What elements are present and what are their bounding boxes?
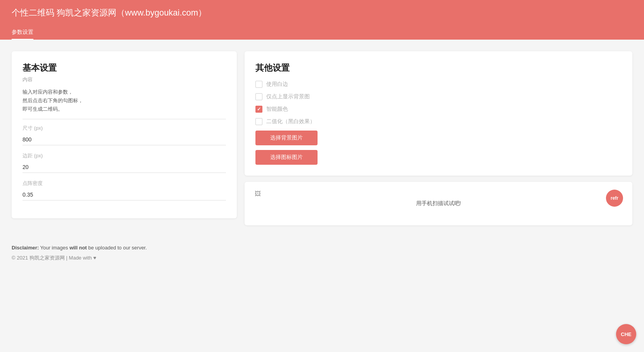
checkbox-smart-color[interactable] <box>255 106 262 113</box>
checkbox-white-border[interactable] <box>255 81 262 88</box>
size-label: 尺寸 (px) <box>23 125 226 132</box>
preview-card: 🖼 用手机扫描试试吧! refr <box>245 182 632 225</box>
nav-item-params[interactable]: 参数设置 <box>12 26 33 40</box>
footer: Disclaimer: Your images will not be uplo… <box>0 237 644 273</box>
site-title: 个性二维码 狗凯之家资源网（www.bygoukai.com） <box>12 7 632 19</box>
main-content: 基本设置 内容 输入对应内容和参数， 然后点击右下角的勾图标， 即可生成二维码。… <box>0 40 644 237</box>
margin-input[interactable] <box>23 162 226 173</box>
checkbox-label-white-border: 使用白边 <box>266 81 288 88</box>
scan-text: 用手机扫描试试吧! <box>252 192 625 215</box>
copyright: © 2021 狗凯之家资源网 | Made with ♥ <box>12 254 632 261</box>
divider-1 <box>23 119 226 119</box>
right-column: 其他设置 使用白边 仅点上显示背景图 智能颜色 二值化（黑白效果） <box>245 51 632 225</box>
checkbox-show-bg[interactable] <box>255 93 262 100</box>
preview-area: 🖼 用手机扫描试试吧! refr <box>252 188 625 219</box>
checkbox-row-show-bg: 仅点上显示背景图 <box>255 93 621 100</box>
other-settings-card: 其他设置 使用白边 仅点上显示背景图 智能颜色 二值化（黑白效果） <box>245 51 632 176</box>
main-nav: 参数设置 <box>12 26 632 40</box>
che-button[interactable]: CHE <box>616 324 636 344</box>
checkbox-label-show-bg: 仅点上显示背景图 <box>266 93 310 100</box>
disclaimer-text: Your images <box>40 245 69 251</box>
checkbox-row-white-border: 使用白边 <box>255 81 621 88</box>
instructions-text: 输入对应内容和参数， 然后点击右下角的勾图标， 即可生成二维码。 <box>23 88 226 113</box>
disclaimer: Disclaimer: Your images will not be uplo… <box>12 245 632 251</box>
other-settings-title: 其他设置 <box>255 62 621 74</box>
checkbox-label-smart-color: 智能颜色 <box>266 106 288 113</box>
checkbox-row-smart-color: 智能颜色 <box>255 106 621 113</box>
select-icon-button[interactable]: 选择图标图片 <box>255 150 318 165</box>
header: 个性二维码 狗凯之家资源网（www.bygoukai.com） 参数设置 <box>0 0 644 40</box>
checkbox-binarize[interactable] <box>255 118 262 125</box>
select-bg-button[interactable]: 选择背景图片 <box>255 131 318 145</box>
density-label: 点阵密度 <box>23 180 226 187</box>
margin-label: 边距 (px) <box>23 152 226 159</box>
disclaimer-suffix: be uploaded to our server. <box>88 245 147 251</box>
basic-settings-card: 基本设置 内容 输入对应内容和参数， 然后点击右下角的勾图标， 即可生成二维码。… <box>12 51 237 218</box>
disclaimer-prefix: Disclaimer: <box>12 245 39 251</box>
checkbox-label-binarize: 二值化（黑白效果） <box>266 118 315 125</box>
refresh-button[interactable]: refr <box>606 190 623 207</box>
size-input[interactable] <box>23 135 226 145</box>
disclaimer-bold: will not <box>69 245 87 251</box>
basic-settings-subtitle: 内容 <box>23 76 226 83</box>
basic-settings-title: 基本设置 <box>23 62 226 74</box>
checkbox-row-binarize: 二值化（黑白效果） <box>255 118 621 125</box>
density-input[interactable] <box>23 190 226 200</box>
broken-image-icon: 🖼 <box>255 190 261 197</box>
